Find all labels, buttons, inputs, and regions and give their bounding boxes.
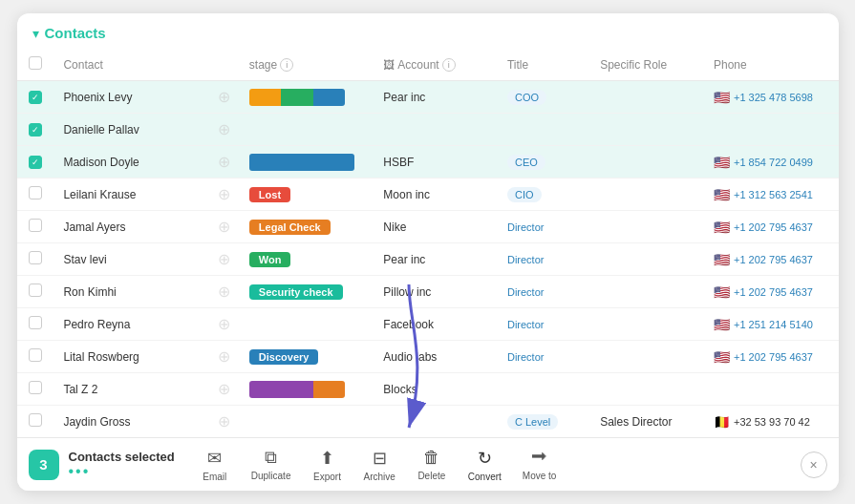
account-cell xyxy=(374,406,498,438)
add-contact-icon[interactable]: ⊕ xyxy=(218,185,230,203)
table-row: Lital Roswberg ⊕ Discovery Audio labs Di… xyxy=(17,341,839,373)
delete-icon: 🗑 xyxy=(423,448,440,468)
contact-name: Ron Kimhi xyxy=(63,285,116,299)
table-header-row: Contact stage i 🖼 Account i xyxy=(17,49,839,81)
row-checkbox[interactable] xyxy=(29,413,42,427)
row-checkbox-cell[interactable] xyxy=(17,114,54,146)
stage-cell xyxy=(240,373,374,406)
add-contact-icon[interactable]: ⊕ xyxy=(218,315,230,333)
phone-cell: 🇺🇸 +1 325 478 5698 xyxy=(704,81,838,114)
add-contact-icon[interactable]: ⊕ xyxy=(218,347,230,366)
row-checkbox[interactable] xyxy=(29,156,42,169)
duplicate-button[interactable]: ⧉ Duplicate xyxy=(242,444,301,485)
row-checkbox-cell[interactable] xyxy=(17,406,54,438)
row-checkbox-cell[interactable] xyxy=(17,341,54,373)
contact-name: Madison Doyle xyxy=(63,156,139,169)
role-cell: Sales Director xyxy=(590,406,704,438)
row-checkbox[interactable] xyxy=(29,284,42,297)
row-checkbox[interactable] xyxy=(29,316,42,329)
title-cell: CIO xyxy=(498,178,590,211)
role-cell xyxy=(590,178,704,211)
move-to-button[interactable]: ⮕ Move to xyxy=(513,444,566,485)
contact-name: Danielle Pallav xyxy=(63,123,139,136)
row-checkbox[interactable] xyxy=(29,251,42,264)
move-to-label: Move to xyxy=(523,471,557,481)
account-info-icon[interactable]: i xyxy=(442,58,456,72)
row-checkbox-cell[interactable] xyxy=(17,81,54,114)
add-contact-icon[interactable]: ⊕ xyxy=(218,88,230,106)
delete-button[interactable]: 🗑 Delete xyxy=(407,444,457,485)
archive-button[interactable]: ⊟ Archive xyxy=(353,444,404,486)
convert-icon: ↻ xyxy=(478,448,492,469)
contact-cell: Tal Z 2 ⊕ xyxy=(53,373,239,406)
title-cell: Director xyxy=(498,341,590,373)
export-label: Export xyxy=(313,472,341,482)
add-contact-icon[interactable]: ⊕ xyxy=(218,283,230,301)
phone-cell: 🇺🇸 +1 854 722 0499 xyxy=(704,146,838,178)
add-contact-icon[interactable]: ⊕ xyxy=(218,218,230,236)
account-cell: Pillow inc xyxy=(374,276,498,308)
th-role: Specific Role xyxy=(590,49,704,81)
table-row: Ron Kimhi ⊕ Security check Pillow inc Di… xyxy=(17,276,839,308)
table-row: Stav levi ⊕ Won Pear inc Director 🇺🇸 +1 … xyxy=(17,243,839,276)
convert-label: Convert xyxy=(468,472,502,482)
contact-cell: Danielle Pallav ⊕ xyxy=(53,114,239,146)
add-contact-icon[interactable]: ⊕ xyxy=(218,380,230,398)
row-checkbox-cell[interactable] xyxy=(17,243,54,276)
stage-cell: Lost xyxy=(240,178,374,211)
account-cell xyxy=(374,114,498,146)
close-button[interactable]: × xyxy=(801,452,827,478)
table-row: Madison Doyle ⊕ HSBF CEO 🇺🇸 +1 854 722 0… xyxy=(17,146,839,178)
add-contact-icon[interactable]: ⊕ xyxy=(218,412,230,430)
row-checkbox[interactable] xyxy=(29,219,42,232)
row-checkbox[interactable] xyxy=(29,91,42,104)
account-cell: Facebook xyxy=(374,308,498,341)
email-button[interactable]: ✉ Email xyxy=(190,444,240,486)
chevron-icon[interactable]: ▾ xyxy=(32,26,39,41)
row-checkbox-cell[interactable] xyxy=(17,276,54,308)
table-row: Leilani Krause ⊕ Lost Moon inc CIO 🇺🇸 +1… xyxy=(17,178,839,211)
th-account: 🖼 Account i xyxy=(374,49,498,81)
card-header: ▾ Contacts xyxy=(17,13,839,41)
table-row: Jamal Ayers ⊕ Legal Check Nike Director … xyxy=(17,211,839,243)
th-checkbox[interactable] xyxy=(17,49,54,81)
row-checkbox[interactable] xyxy=(29,381,42,394)
email-icon: ✉ xyxy=(207,448,222,469)
add-contact-icon[interactable]: ⊕ xyxy=(218,153,230,171)
stage-cell: Won xyxy=(240,243,374,276)
row-checkbox-cell[interactable] xyxy=(17,211,54,243)
row-checkbox[interactable] xyxy=(29,348,42,362)
row-checkbox[interactable] xyxy=(29,123,42,136)
row-checkbox-cell[interactable] xyxy=(17,178,54,211)
contact-cell: Leilani Krause ⊕ xyxy=(53,178,239,211)
selected-dots: ••• xyxy=(69,464,175,479)
contacts-table-container[interactable]: Contact stage i 🖼 Account i xyxy=(17,49,839,437)
add-contact-icon[interactable]: ⊕ xyxy=(218,120,230,138)
stage-cell xyxy=(240,81,374,114)
contact-cell: Jaydin Gross ⊕ xyxy=(53,406,239,438)
convert-button[interactable]: ↻ Convert xyxy=(459,444,511,486)
email-label: Email xyxy=(203,472,226,482)
stage-info-icon[interactable]: i xyxy=(280,58,293,72)
role-cell xyxy=(590,81,704,114)
selected-count-badge: 3 xyxy=(29,450,59,480)
contact-cell: Lital Roswberg ⊕ xyxy=(53,341,239,373)
row-checkbox-cell[interactable] xyxy=(17,146,54,178)
row-checkbox-cell[interactable] xyxy=(17,373,54,406)
contact-name: Phoenix Levy xyxy=(63,91,132,104)
add-contact-icon[interactable]: ⊕ xyxy=(218,250,230,268)
role-cell xyxy=(590,211,704,243)
export-button[interactable]: ⬆ Export xyxy=(302,444,352,486)
table-row: Phoenix Levy ⊕ Pear inc COO 🇺🇸 +1 325 47… xyxy=(17,81,839,114)
table-row: Danielle Pallav ⊕ xyxy=(17,114,839,146)
select-all-checkbox[interactable] xyxy=(29,56,42,70)
contacts-table: Contact stage i 🖼 Account i xyxy=(17,49,839,437)
stage-cell xyxy=(240,406,374,438)
stage-cell: Legal Check xyxy=(240,211,374,243)
row-checkbox[interactable] xyxy=(29,186,42,200)
title-cell: Director xyxy=(498,276,590,308)
row-checkbox-cell[interactable] xyxy=(17,308,54,341)
phone-cell: 🇺🇸 +1 312 563 2541 xyxy=(704,178,838,211)
role-cell xyxy=(590,308,704,341)
role-cell xyxy=(590,341,704,373)
